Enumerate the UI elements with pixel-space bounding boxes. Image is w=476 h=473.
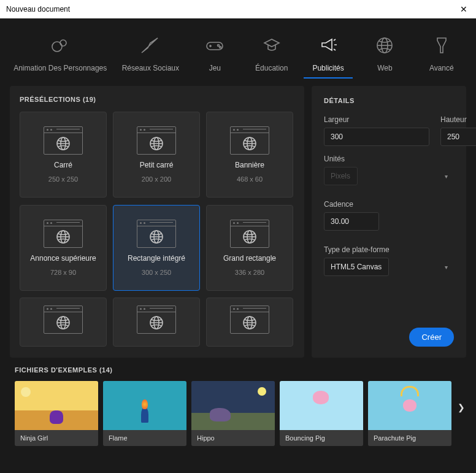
preset-dimensions: 200 x 200 <box>142 175 171 183</box>
preset-dimensions: 300 x 250 <box>142 269 171 276</box>
ads-icon <box>317 34 339 56</box>
example-thumbnail <box>103 381 186 430</box>
preset-card[interactable] <box>113 298 200 347</box>
presets-heading: PRÉSÉLECTIONS (19) <box>20 96 298 103</box>
preset-name: Bannière <box>235 161 264 169</box>
category-label: Animation Des Personnages <box>13 64 107 72</box>
svg-point-1 <box>60 40 66 46</box>
edu-icon <box>261 34 283 56</box>
preset-dimensions: 468 x 60 <box>237 175 263 183</box>
category-tab-game[interactable]: Jeu <box>190 29 239 79</box>
example-card[interactable]: Hippo <box>191 381 275 446</box>
example-card[interactable]: Bouncing Pig <box>280 381 363 446</box>
chevron-right-icon[interactable]: ❯ <box>456 402 466 425</box>
social-icon <box>139 34 161 56</box>
category-label: Réseaux Sociaux <box>122 64 179 72</box>
preset-card[interactable] <box>206 298 293 347</box>
width-label: Largeur <box>324 115 429 124</box>
preset-card[interactable]: Petit carré200 x 200 <box>113 112 200 198</box>
game-icon <box>204 34 226 56</box>
category-label: Web <box>377 64 392 72</box>
category-tab-adv[interactable]: Avancé <box>417 29 466 79</box>
category-label: Jeu <box>209 64 221 72</box>
details-heading: DÉTAILS <box>324 97 454 104</box>
category-tab-web[interactable]: Web <box>360 29 409 79</box>
fps-input[interactable] <box>324 212 379 231</box>
example-title: Flame <box>103 430 186 446</box>
example-thumbnail <box>15 381 98 430</box>
preset-name: Carré <box>54 161 72 169</box>
examples-section: FICHIERS D'EXEMPLES (14) Ninja GirlFlame… <box>0 358 476 451</box>
height-input[interactable] <box>440 128 476 146</box>
char-icon <box>49 34 71 56</box>
example-thumbnail <box>280 381 363 430</box>
example-thumbnail <box>191 381 275 430</box>
category-tab-char[interactable]: Animation Des Personnages <box>10 29 110 79</box>
preset-name: Rectangle intégré <box>128 254 185 263</box>
example-card[interactable]: Ninja Girl <box>15 381 98 446</box>
category-tabs: Animation Des PersonnagesRéseaux Sociaux… <box>0 18 476 79</box>
presets-panel: PRÉSÉLECTIONS (19) Carré250 x 250Petit c… <box>10 86 304 358</box>
platform-select[interactable]: HTML5 Canvas <box>324 258 389 276</box>
category-tab-edu[interactable]: Éducation <box>247 29 296 79</box>
presets-grid: Carré250 x 250Petit carré200 x 200Banniè… <box>20 112 298 348</box>
example-card[interactable]: Parachute Pig <box>368 381 451 446</box>
window-title: Nouveau document <box>6 5 70 13</box>
example-title: Ninja Girl <box>15 430 98 446</box>
category-label: Éducation <box>255 64 288 72</box>
preset-dimensions: 250 x 250 <box>48 175 78 183</box>
category-tab-social[interactable]: Réseaux Sociaux <box>118 29 183 79</box>
preset-name: Petit carré <box>140 161 174 169</box>
svg-point-5 <box>218 45 220 47</box>
preset-card[interactable]: Carré250 x 250 <box>20 112 107 198</box>
examples-heading: FICHIERS D'EXEMPLES (14) <box>15 366 466 374</box>
fps-label: Cadence <box>324 200 454 209</box>
example-thumbnail <box>368 381 451 430</box>
preset-card[interactable]: Rectangle intégré300 x 250 <box>113 205 200 291</box>
category-label: Publicités <box>312 64 344 72</box>
example-title: Parachute Pig <box>368 430 451 446</box>
units-select[interactable]: Pixels <box>324 167 358 185</box>
adv-icon <box>431 34 453 56</box>
details-panel: DÉTAILS Largeur Hauteur Unités Pixels Ca… <box>312 86 466 358</box>
preset-card[interactable]: Annonce supérieure728 x 90 <box>20 205 107 291</box>
category-label: Avancé <box>429 64 454 72</box>
category-tab-ads[interactable]: Publicités <box>304 29 353 79</box>
preset-card[interactable] <box>20 298 107 347</box>
title-bar: Nouveau document ✕ <box>0 0 476 18</box>
example-title: Bouncing Pig <box>280 430 363 446</box>
units-label: Unités <box>324 155 454 163</box>
preset-name: Annonce supérieure <box>30 254 96 263</box>
height-label: Hauteur <box>440 115 476 124</box>
svg-point-6 <box>220 47 221 48</box>
platform-label: Type de plate-forme <box>324 245 454 254</box>
width-input[interactable] <box>324 128 429 146</box>
create-button[interactable]: Créer <box>409 328 454 347</box>
web-icon <box>374 34 396 56</box>
examples-row: Ninja GirlFlameHippoBouncing PigParachut… <box>15 381 466 446</box>
preset-dimensions: 728 x 90 <box>50 269 76 276</box>
example-card[interactable]: Flame <box>103 381 186 446</box>
preset-card[interactable]: Bannière468 x 60 <box>206 112 293 198</box>
preset-dimensions: 336 x 280 <box>235 269 264 276</box>
close-icon[interactable]: ✕ <box>458 4 470 14</box>
preset-name: Grand rectangle <box>223 254 276 263</box>
example-title: Hippo <box>191 430 275 446</box>
preset-card[interactable]: Grand rectangle336 x 280 <box>206 205 293 291</box>
